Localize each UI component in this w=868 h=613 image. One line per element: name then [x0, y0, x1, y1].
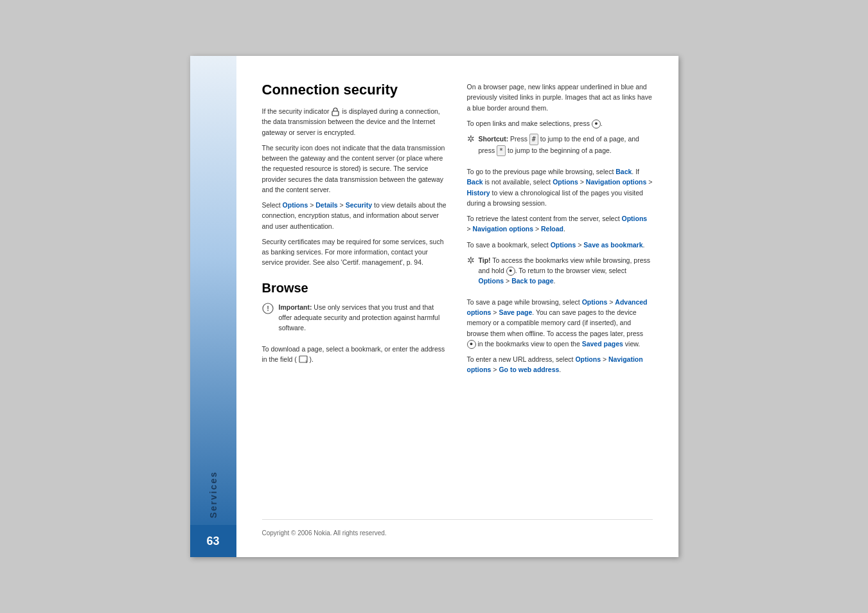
important-text: Important: Use only services that you tr…	[279, 302, 448, 333]
options-link-4: Options	[551, 241, 576, 249]
left-column: Connection security If the security indi…	[262, 82, 448, 506]
back-link-1: Back	[616, 168, 632, 175]
security-link: Security	[346, 201, 372, 209]
options-link-5: Options	[479, 277, 504, 285]
footer: Copyright © 2006 Nokia. All rights reser…	[262, 519, 653, 538]
right-para-5: To save a bookmark, select Options > Sav…	[467, 240, 653, 250]
important-icon: !	[262, 303, 274, 314]
shortcut-star-icon: ✲	[467, 134, 475, 144]
content-area: Connection security If the security indi…	[236, 56, 678, 557]
shortcut-text: Shortcut: Press # to jump to the end of …	[479, 134, 653, 156]
right-para-7: To enter a new URL address, select Optio…	[467, 354, 653, 375]
para-2: The security icon does not indicate that…	[262, 143, 448, 195]
options-link-7: Options	[575, 355, 601, 363]
para-4: Security certificates may be required fo…	[262, 236, 448, 268]
options-link-2: Options	[553, 178, 578, 186]
save-bookmark-link: Save as bookmark	[583, 241, 642, 249]
important-box: ! Important: Use only services that you …	[262, 302, 448, 339]
tip-text-1: Tip! To access the bookmarks view while …	[479, 255, 653, 287]
right-para-4: To retrieve the latest content from the …	[467, 213, 653, 235]
go-to-web-link: Go to web address	[499, 366, 559, 373]
browse-para-1: To download a page, select a bookmark, o…	[262, 344, 448, 365]
navigation-options-link-2: Navigation options	[473, 225, 534, 233]
options-link-1: Options	[283, 201, 308, 209]
two-column-layout: Connection security If the security indi…	[262, 82, 653, 506]
circle-btn-icon: ●	[467, 340, 476, 349]
sidebar: Services 63	[190, 56, 236, 557]
history-link: History	[467, 189, 490, 197]
saved-pages-link: Saved pages	[582, 340, 623, 348]
svg-rect-3	[299, 356, 307, 362]
page-number: 63	[206, 535, 219, 548]
right-column: On a browser page, new links appear unde…	[467, 82, 653, 506]
lock-icon	[331, 107, 340, 116]
right-para-2: To open links and make selections, press…	[467, 118, 653, 129]
right-para-6: To save a page while browsing, select Op…	[467, 297, 653, 349]
para-1: If the security indicator is displayed d…	[262, 106, 448, 138]
bookmark-field-icon	[299, 355, 308, 364]
connection-security-heading: Connection security	[262, 82, 448, 98]
shortcut-box: ✲ Shortcut: Press # to jump to the end o…	[467, 134, 653, 161]
tip-star-icon-1: ✲	[467, 255, 475, 265]
select-button-icon: ●	[592, 120, 601, 129]
options-link-6: Options	[582, 298, 608, 306]
copyright-text: Copyright © 2006 Nokia. All rights reser…	[262, 529, 387, 537]
hash-key: #	[529, 134, 538, 145]
navigation-options-link-1: Navigation options	[586, 178, 647, 186]
page-number-box: 63	[190, 525, 236, 557]
right-para-1: On a browser page, new links appear unde…	[467, 82, 653, 113]
hold-button-icon: ●	[506, 267, 515, 276]
svg-rect-0	[332, 111, 339, 116]
browse-heading: Browse	[262, 281, 448, 296]
save-page-link: Save page	[499, 308, 532, 316]
back-link-2: Back	[467, 178, 483, 186]
star-key: *	[497, 145, 506, 157]
page: Services 63 Connection security If the s…	[190, 56, 678, 557]
back-to-page-link: Back to page	[511, 277, 553, 285]
svg-text:!: !	[267, 305, 269, 312]
para-3: Select Options > Details > Security to v…	[262, 200, 448, 231]
details-link: Details	[315, 201, 337, 209]
sidebar-label: Services	[208, 471, 218, 519]
reload-link: Reload	[541, 225, 563, 233]
advanced-options-link: Advanced options	[467, 298, 648, 316]
right-para-3: To go to the previous page while browsin…	[467, 166, 653, 208]
tip-box-1: ✲ Tip! To access the bookmarks view whil…	[467, 255, 653, 292]
options-link-3: Options	[622, 215, 648, 222]
